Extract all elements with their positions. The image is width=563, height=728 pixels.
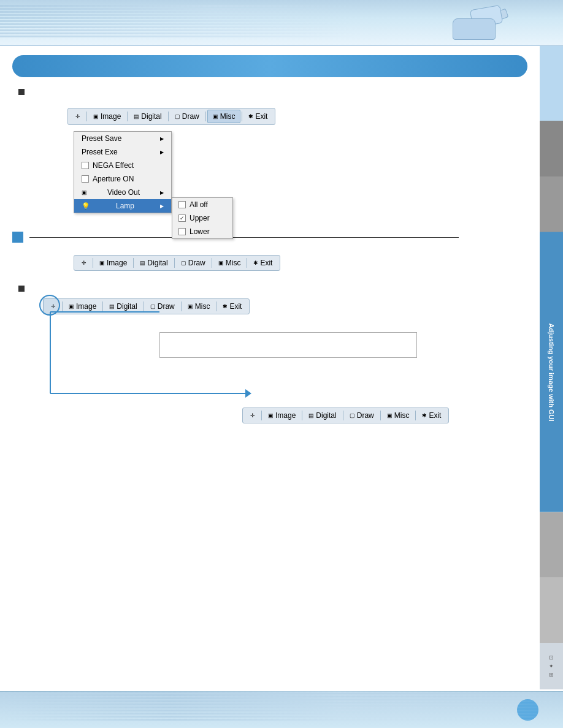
separator xyxy=(343,411,343,420)
sidebar-label: Adjusting your image with GUI xyxy=(548,324,555,422)
aperture-on-label: Aperture ON xyxy=(93,175,134,183)
menubar-exit-btn[interactable]: ✱ Exit xyxy=(243,110,272,123)
move-icon: ✛ xyxy=(75,113,80,119)
lamp-submenu: All off Upper Lower xyxy=(172,197,233,239)
footer-stripe-9 xyxy=(0,716,563,718)
menubar-move-btn[interactable]: ✛ xyxy=(71,112,85,121)
menubar2-digital-btn[interactable]: ▤ Digital xyxy=(135,257,172,269)
menubar4-misc-btn[interactable]: ▣ Misc xyxy=(382,409,415,422)
lower-label: Lower xyxy=(190,227,210,236)
menubar-digital-btn[interactable]: ▤ Digital xyxy=(129,110,166,123)
arrow-right-icon: ▶ xyxy=(160,190,164,195)
dropdown-aperture-on[interactable]: Aperture ON xyxy=(74,172,171,186)
main-content: ✛ ▣ Image ▤ Digital ▢ Draw ▣ Misc xyxy=(0,46,540,479)
dropdown-preset-exe[interactable]: Preset Exe ▶ xyxy=(74,145,171,159)
exit2-label: Exit xyxy=(260,259,272,267)
all-off-label: All off xyxy=(190,200,208,209)
menubar2-move-btn[interactable]: ✛ xyxy=(77,258,91,268)
arrow-right-icon: ▶ xyxy=(160,136,164,142)
sidebar-icon-2: ✦ xyxy=(549,663,554,669)
toolbar-diagram-section: ✛ ▣ Image ▤ Digital ▢ Draw xyxy=(12,298,527,470)
separator xyxy=(133,258,134,268)
all-off-checkbox[interactable] xyxy=(178,201,186,208)
device-shape xyxy=(440,3,514,43)
arrow-right-icon-lamp: ▶ xyxy=(160,203,164,209)
menubar4-digital-btn[interactable]: ▤ Digital xyxy=(304,409,341,422)
separator xyxy=(302,411,302,420)
text-input-box[interactable] xyxy=(159,332,417,358)
stripe xyxy=(0,8,356,10)
menubar4-exit-btn[interactable]: ✱ Exit xyxy=(417,409,446,422)
submenu-upper[interactable]: Upper xyxy=(172,211,232,225)
bottom-footer xyxy=(0,691,563,728)
stripe xyxy=(0,36,356,37)
stripe xyxy=(0,32,356,34)
lamp-label: Lamp xyxy=(116,202,134,210)
sidebar-icon-1: ⊡ xyxy=(549,654,554,661)
footer-stripe-3 xyxy=(0,697,563,699)
upper-checkbox[interactable] xyxy=(178,214,186,222)
separator xyxy=(93,258,93,268)
move2-icon: ✛ xyxy=(82,260,86,266)
footer-stripe-7 xyxy=(0,710,563,711)
image2-label: Image xyxy=(107,259,127,267)
dropdown-nega-effect[interactable]: NEGA Effect xyxy=(74,159,171,172)
sidebar-gray-1 xyxy=(540,121,563,176)
image4-label: Image xyxy=(275,411,296,420)
menubar4-image-btn[interactable]: ▣ Image xyxy=(263,409,301,422)
divider-line xyxy=(29,237,459,238)
draw-menu-icon: ▢ xyxy=(175,113,180,119)
exit4-icon: ✱ xyxy=(422,412,427,419)
sidebar-blue-top xyxy=(540,46,563,121)
stripe xyxy=(0,23,356,25)
exit4-label: Exit xyxy=(429,411,441,420)
aperture-on-checkbox[interactable] xyxy=(82,175,89,183)
digital2-icon: ▤ xyxy=(140,260,145,266)
draw-label: Draw xyxy=(182,112,199,121)
move4-icon: ✛ xyxy=(250,412,255,419)
upper-label: Upper xyxy=(190,214,210,222)
lower-checkbox[interactable] xyxy=(178,228,186,235)
menubar4-move-btn[interactable]: ✛ xyxy=(245,411,260,420)
separator xyxy=(205,112,206,121)
dropdown-video-out[interactable]: ▣ Video Out ▶ xyxy=(74,186,171,199)
exit2-icon: ✱ xyxy=(253,260,258,266)
separator xyxy=(247,258,247,268)
submenu-all-off[interactable]: All off xyxy=(172,198,232,211)
menubar2-image-btn[interactable]: ▣ Image xyxy=(94,257,132,269)
digital4-label: Digital xyxy=(316,411,336,420)
sidebar-icon-3: ⊞ xyxy=(549,672,554,678)
menubar-draw-btn[interactable]: ▢ Draw xyxy=(170,110,204,123)
menubar4-draw-btn[interactable]: ▢ Draw xyxy=(345,409,379,422)
separator xyxy=(127,112,128,121)
menubar2-exit-btn[interactable]: ✱ Exit xyxy=(248,257,277,269)
menu-bar-4: ✛ ▣ Image ▤ Digital ▢ Draw xyxy=(242,408,449,423)
exit-label: Exit xyxy=(255,112,267,121)
nega-effect-checkbox[interactable] xyxy=(82,162,89,169)
bullet-icon-2 xyxy=(18,286,25,292)
menubar4-wrapper: ✛ ▣ Image ▤ Digital ▢ Draw xyxy=(242,408,449,423)
menu-bar-1: ✛ ▣ Image ▤ Digital ▢ Draw ▣ Misc xyxy=(67,108,275,125)
preset-exe-label: Preset Exe xyxy=(82,148,118,156)
stripe xyxy=(0,5,356,7)
submenu-lower[interactable]: Lower xyxy=(172,225,232,238)
dropdown-lamp[interactable]: 💡 Lamp ▶ xyxy=(74,199,171,213)
draw2-label: Draw xyxy=(188,259,205,267)
dropdown-preset-save[interactable]: Preset Save ▶ xyxy=(74,132,171,145)
menubar-misc-btn[interactable]: ▣ Misc xyxy=(207,110,241,123)
sidebar-icons: ⊡ ✦ ⊞ xyxy=(540,643,563,689)
arrow-diagram-svg xyxy=(43,298,472,470)
lamp-icon: 💡 xyxy=(82,202,90,210)
separator xyxy=(261,411,262,420)
image2-icon: ▣ xyxy=(99,260,105,266)
separator xyxy=(174,258,175,268)
menubar2-misc-btn[interactable]: ▣ Misc xyxy=(213,257,246,269)
stripe xyxy=(0,20,356,22)
sidebar-gray-2 xyxy=(540,176,563,232)
menubar2-draw-btn[interactable]: ▢ Draw xyxy=(176,257,210,269)
misc2-label: Misc xyxy=(226,259,241,267)
menubar-image-btn[interactable]: ▣ Image xyxy=(88,110,126,123)
menubar-2-section: ✛ ▣ Image ▤ Digital ▢ Draw ▣ Misc xyxy=(74,255,527,271)
video-out-icon: ▣ xyxy=(82,189,87,195)
preset-save-label: Preset Save xyxy=(82,134,121,143)
